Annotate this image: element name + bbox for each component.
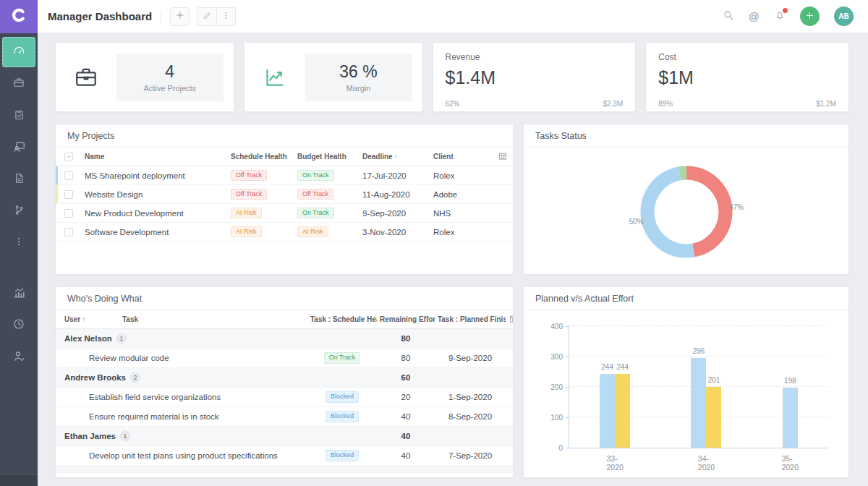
sidebar-item-projects-briefcase[interactable] — [2, 69, 35, 99]
column-header-name[interactable]: Name — [82, 153, 228, 161]
column-header-schedule-health[interactable]: Schedule Health — [228, 153, 294, 161]
tasks-clipboard-icon — [13, 108, 25, 124]
project-name[interactable]: MS Sharepoint deployment — [82, 171, 228, 180]
task-remaining-effort: 40 — [377, 451, 435, 460]
row-checkbox[interactable] — [64, 190, 73, 199]
task-name[interactable]: Establish field service organizations — [56, 393, 307, 401]
column-header-user[interactable]: User↑ — [56, 315, 119, 323]
task-row-develop-unit-test-plans-using-product-sp[interactable]: Develop unit test plans using product sp… — [56, 446, 513, 466]
column-header-task-schedule-health[interactable]: Task : Schedule Health — [307, 315, 377, 323]
task-remaining-effort: 40 — [377, 412, 435, 421]
bar-planned-34-2020[interactable]: 296 — [691, 358, 706, 448]
task-count-badge: 1 — [116, 333, 127, 344]
task-name[interactable]: Develop unit test plans using product sp… — [56, 451, 307, 460]
task-planned-finish: 7-Sep-2020 — [435, 451, 506, 460]
sidebar-item-workflow-branch[interactable] — [2, 196, 35, 226]
bar-actual-34-2020[interactable]: 201 — [706, 387, 721, 448]
row-select-cell — [56, 171, 82, 180]
y-axis-label: 400 — [550, 323, 563, 331]
bar-value-label: 244 — [616, 363, 629, 371]
planned-vs-actual-bar-chart[interactable]: 010020030040024424433-202029620134-20201… — [524, 310, 848, 478]
table-row-ms-sharepoint-deployment[interactable]: MS Sharepoint deploymentOff TrackOn Trac… — [56, 166, 513, 185]
bar-group-33-2020: 24424433-2020 — [600, 326, 630, 448]
my-projects-header-row: NameSchedule HealthBudget HealthDeadline… — [56, 148, 513, 166]
sidebar-item-user-approvals[interactable] — [2, 342, 35, 372]
row-checkbox[interactable] — [64, 171, 73, 180]
app-logo[interactable] — [0, 0, 38, 33]
user-group-row-andrew-brooks[interactable]: Andrew Brooks260 — [56, 368, 513, 388]
kpi-row: 4 Active Projects 36 % Margin Revenue $1… — [55, 42, 849, 112]
column-header-client[interactable]: Client — [430, 153, 493, 161]
revenue-percent: 62% — [446, 100, 460, 108]
column-header-remaining-effort[interactable]: Remaining Effort — [377, 315, 435, 323]
sidebar-item-clients-contact[interactable] — [2, 132, 35, 163]
active-projects-card[interactable]: 4 Active Projects — [55, 42, 234, 112]
project-name[interactable]: New Product Development — [82, 209, 228, 218]
table-row-software-development[interactable]: Software DevelopmentAt RiskAt Risk3-Nov-… — [56, 223, 513, 242]
tasks-status-donut-chart[interactable]: 47%50% — [524, 148, 848, 275]
bar-planned-33-2020[interactable]: 244 — [600, 374, 615, 448]
column-header-task-planned-finish[interactable]: Task : Planned Finish — [435, 315, 506, 323]
user-group-row-alex-nelson[interactable]: Alex Nelson180 — [56, 329, 513, 349]
task-name[interactable]: Review modular code — [56, 354, 307, 362]
bar-group-34-2020: 29620134-2020 — [691, 326, 721, 448]
sidebar-item-documents-file[interactable] — [2, 164, 35, 195]
bar-group-35-2020: 19835-2020 — [783, 326, 798, 448]
table-row-new-product-development[interactable]: New Product DevelopmentAt RiskOn Track9-… — [56, 204, 513, 223]
task-schedule-health-cell: Blocked — [307, 450, 377, 461]
table-row-website-design[interactable]: Website DesignOff TrackOff Track11-Aug-2… — [56, 185, 513, 204]
task-row-review-modular-code[interactable]: Review modular codeOn Track809-Sep-2020 — [56, 349, 513, 368]
add-widget-button[interactable] — [170, 7, 190, 26]
task-schedule-health-cell: Blocked — [307, 391, 377, 403]
bar-planned-35-2020[interactable]: 198 — [783, 388, 798, 448]
column-header-task[interactable]: Task — [119, 315, 307, 323]
stat-value: 36 % — [339, 62, 377, 82]
row-checkbox[interactable] — [64, 228, 73, 236]
workflow-branch-icon — [13, 204, 25, 219]
notifications-button[interactable] — [774, 9, 786, 24]
kebab-icon — [221, 11, 231, 22]
search-button[interactable] — [723, 9, 734, 24]
cost-progress-footer: 89% $1.2M — [658, 100, 836, 108]
budget-health-cell: On Track — [294, 208, 359, 219]
cost-card[interactable]: Cost $1M 89% $1.2M — [645, 42, 849, 112]
revenue-card[interactable]: Revenue $1.4M 62% $2.3M — [433, 42, 637, 112]
bar-actual-33-2020[interactable]: 244 — [615, 374, 630, 448]
quick-add-button[interactable] — [800, 7, 820, 26]
briefcase-icon — [56, 64, 116, 90]
sidebar-item-timesheet-clock[interactable] — [2, 310, 35, 341]
column-header-deadline[interactable]: Deadline↑ — [359, 153, 430, 161]
task-schedule-health-cell: Blocked — [307, 411, 377, 422]
deadline-cell: 11-Aug-2020 — [359, 190, 430, 199]
row-checkbox[interactable] — [64, 209, 73, 218]
topbar: Manager Dashboard @ AB — [0, 0, 868, 33]
bar-value-label: 201 — [708, 376, 720, 384]
status-chip-off-track: Off Track — [231, 170, 267, 182]
project-name[interactable]: Software Development — [82, 228, 228, 236]
column-header-budget-health[interactable]: Budget Health — [294, 153, 359, 161]
edit-dashboard-button[interactable] — [197, 7, 216, 26]
select-all-checkbox[interactable] — [64, 153, 73, 161]
divider — [161, 10, 161, 23]
project-name[interactable]: Website Design — [82, 190, 228, 199]
whos-doing-what-header: Who's Doing What — [56, 287, 513, 310]
panel-title: Who's Doing What — [67, 294, 142, 304]
plus-icon — [805, 11, 814, 22]
tasks-status-header: Tasks Status — [524, 124, 848, 148]
task-row-ensure-required-material-is-in-stock[interactable]: Ensure required material is in stockBloc… — [56, 407, 513, 427]
sidebar-item-dashboard-gauge[interactable] — [2, 37, 35, 67]
bar-value-label: 244 — [601, 363, 613, 371]
sidebar-item-reports-chart[interactable] — [2, 278, 35, 309]
column-chooser-button[interactable] — [493, 151, 513, 163]
task-count-badge: 2 — [130, 372, 140, 383]
mentions-button[interactable]: @ — [749, 10, 760, 22]
task-planned-finish: 8-Sep-2020 — [435, 412, 506, 421]
task-row-establish-field-service-organizations[interactable]: Establish field service organizationsBlo… — [56, 388, 513, 407]
dashboard-more-button[interactable] — [216, 7, 236, 26]
user-avatar[interactable]: AB — [834, 7, 854, 26]
task-name[interactable]: Ensure required material is in stock — [56, 412, 307, 421]
sidebar-item-more-options[interactable] — [2, 228, 35, 258]
sidebar-item-tasks-clipboard[interactable] — [2, 101, 35, 131]
user-group-row-ethan-james[interactable]: Ethan James140 — [56, 427, 513, 446]
margin-card[interactable]: 36 % Margin — [244, 42, 423, 112]
